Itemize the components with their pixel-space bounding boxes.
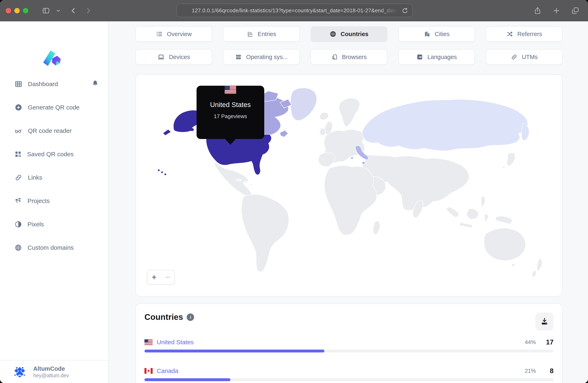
map-country-greenland[interactable]	[290, 88, 317, 121]
sidebar-item-label: Saved QR codes	[27, 151, 74, 158]
tab-entries[interactable]: Entries	[223, 26, 300, 42]
map-zoom-control: + −	[147, 270, 175, 284]
tooltip-country: United States	[210, 101, 251, 109]
countries-globe-icon	[330, 31, 336, 38]
tab-devices[interactable]: Devices	[135, 49, 212, 65]
back-icon[interactable]	[69, 6, 78, 15]
share-nodes-icon	[14, 197, 22, 205]
sidebar-item-projects[interactable]: Projects	[0, 195, 108, 207]
tab-overview-icon[interactable]	[571, 6, 580, 15]
sidebar-item-label: Pixels	[27, 221, 44, 228]
altumcode-logo	[41, 48, 62, 67]
share-icon[interactable]	[533, 6, 542, 15]
tooltip-pageviews: 17 Pageviews	[214, 113, 247, 120]
referrers-shuffle-icon	[506, 31, 513, 38]
sidebar-item-label: Dashboard	[28, 81, 58, 88]
main-content: Overview Entries Countries Cities Referr…	[108, 21, 588, 383]
dashboard-grid-icon	[14, 80, 22, 88]
url-text: 127.0.0.1/66qrcode/link-statistics/13?ty…	[192, 7, 398, 14]
country-percent: 44%	[525, 339, 536, 345]
contrast-icon	[14, 221, 22, 228]
browsers-phone-icon	[331, 54, 338, 60]
stats-tabs-row-2: Devices Operating sys... Browsers A Lang…	[135, 49, 563, 65]
sidebar-item-qr-reader[interactable]: QR code reader	[0, 125, 108, 137]
country-count: 17	[545, 338, 553, 346]
minimize-window-button[interactable]	[14, 8, 20, 13]
close-window-button[interactable]	[6, 8, 11, 13]
cities-building-icon	[424, 31, 431, 38]
canada-flag-icon	[145, 368, 153, 374]
notifications-bell-icon[interactable]	[91, 80, 99, 89]
tab-browsers[interactable]: Browsers	[311, 49, 387, 65]
country-percent: 21%	[525, 368, 536, 374]
sidebar-item-label: Projects	[27, 198, 50, 204]
forward-icon[interactable]	[84, 6, 93, 15]
glasses-icon	[14, 127, 22, 135]
avatar	[12, 364, 27, 379]
browser-window: 127.0.0.1/66qrcode/link-statistics/13?ty…	[0, 0, 588, 383]
account-email: hey@altum.dev	[33, 373, 69, 379]
map-tooltip: United States 17 Pageviews	[197, 86, 264, 139]
devices-laptop-icon	[157, 53, 165, 61]
tab-cities[interactable]: Cities	[398, 26, 475, 42]
sidebar-item-custom-domains[interactable]: Custom domains	[0, 242, 108, 254]
chevron-down-icon[interactable]	[54, 6, 63, 15]
progress-fill	[145, 350, 324, 352]
plus-circle-icon	[14, 103, 22, 112]
browser-toolbar: 127.0.0.1/66qrcode/link-statistics/13?ty…	[0, 0, 588, 21]
link-icon	[14, 173, 22, 182]
world-map-card: United States 17 Pageviews + −	[135, 74, 563, 297]
map-country-russia[interactable]	[362, 100, 529, 151]
stats-tabs-row-1: Overview Entries Countries Cities Referr…	[135, 26, 563, 42]
progress-track	[145, 350, 553, 352]
globe-icon	[14, 244, 22, 252]
sidebar: Dashboard Generate QR code QR code reade…	[0, 21, 108, 383]
progress-fill	[145, 378, 231, 381]
countries-list: United States 44% 17 Canada 21%	[145, 338, 553, 381]
sidebar-item-saved-qr[interactable]: Saved QR codes	[0, 148, 108, 160]
window-controls	[6, 8, 28, 13]
map-zoom-in-button[interactable]: +	[147, 270, 161, 284]
zoom-window-button[interactable]	[23, 8, 28, 13]
account-name: AltumCode	[33, 365, 69, 372]
overview-list-icon	[156, 31, 163, 38]
sidebar-item-label: Custom domains	[27, 244, 74, 251]
tab-referrers[interactable]: Referrers	[486, 26, 563, 42]
os-server-icon	[235, 54, 242, 60]
sidebar-item-dashboard[interactable]: Dashboard	[0, 78, 108, 90]
country-link[interactable]: Canada	[157, 367, 178, 374]
country-count: 8	[545, 367, 553, 375]
account-menu[interactable]: AltumCode hey@altum.dev	[0, 360, 108, 383]
sidebar-item-generate-qr[interactable]: Generate QR code	[0, 101, 108, 114]
tab-languages[interactable]: A Languages	[398, 49, 475, 65]
country-link[interactable]: United States	[157, 339, 194, 346]
map-zoom-out-button[interactable]: −	[161, 270, 174, 284]
languages-icon: A	[416, 54, 423, 60]
tab-overview[interactable]: Overview	[135, 26, 212, 42]
address-bar[interactable]: 127.0.0.1/66qrcode/link-statistics/13?ty…	[176, 4, 413, 17]
progress-track	[145, 378, 553, 381]
sidebar-item-label: Generate QR code	[28, 104, 80, 111]
sidebar-item-links[interactable]: Links	[0, 171, 108, 184]
sidebar-toggle-icon[interactable]	[42, 6, 50, 15]
sidebar-item-label: Links	[28, 174, 42, 181]
country-row: Canada 21% 8	[145, 367, 553, 381]
utms-link-icon	[511, 54, 518, 60]
us-flag-icon	[225, 86, 236, 94]
sidebar-item-pixels[interactable]: Pixels	[0, 218, 108, 230]
download-button[interactable]	[535, 312, 553, 330]
svg-text:A: A	[419, 56, 421, 59]
sidebar-nav: Dashboard Generate QR code QR code reade…	[0, 78, 108, 265]
tab-utms[interactable]: UTMs	[486, 49, 563, 65]
countries-card: Countries i United States 44% 17	[135, 303, 563, 383]
countries-title: Countries	[145, 312, 183, 322]
tab-countries[interactable]: Countries	[311, 26, 387, 42]
country-row: United States 44% 17	[145, 338, 553, 352]
tab-operating-systems[interactable]: Operating sys...	[223, 49, 300, 65]
entries-chart-icon	[247, 31, 253, 38]
info-icon: i	[187, 314, 194, 321]
new-tab-icon[interactable]	[552, 6, 561, 15]
sidebar-item-label: QR code reader	[28, 127, 72, 134]
qr-code-icon	[14, 150, 22, 158]
reload-icon[interactable]	[401, 7, 409, 16]
